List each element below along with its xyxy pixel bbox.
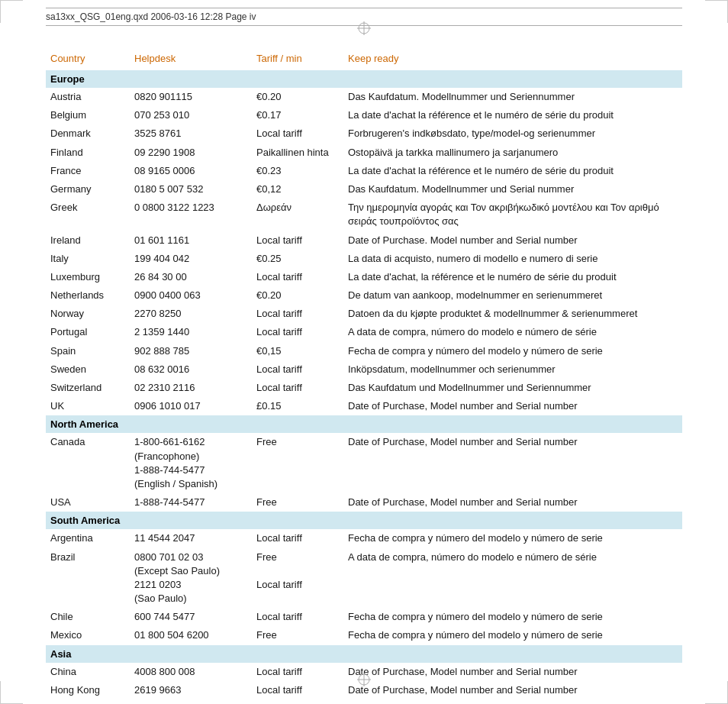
cell-keep: Date of Purchase. Model number and Seria… <box>343 231 682 250</box>
table-row: Portugal2 1359 1440Local tariffA data de… <box>46 323 682 341</box>
cell-country: Netherlands <box>46 286 130 305</box>
cell-keep: Date of Purchase, Model number and Seria… <box>343 681 682 699</box>
cell-country: Luxemburg <box>46 268 130 286</box>
cell-keep: Date of Purchase, Model number and Seria… <box>343 397 682 415</box>
cell-tariff: €0,12 <box>252 180 343 199</box>
cell-helpdesk: 26 84 30 00 <box>130 268 252 286</box>
cell-country: Hong Kong <box>46 681 130 699</box>
cell-country: Austria <box>46 88 130 106</box>
cell-keep: Fecha de compra y número del modelo y nú… <box>343 529 682 547</box>
cell-country: Portugal <box>46 323 130 341</box>
cell-helpdesk: 08 9165 0006 <box>130 162 252 180</box>
cell-keep: Das Kaufdatum und Modellnummer und Serie… <box>343 379 682 397</box>
helpdesk-table: Country Helpdesk Tariff / min Keep ready… <box>46 50 682 704</box>
crosshair-bottom <box>357 673 371 689</box>
table-row: Argentina11 4544 2047Local tariffFecha d… <box>46 529 682 547</box>
cell-helpdesk: 09 2290 1908 <box>130 144 252 162</box>
main-content: Country Helpdesk Tariff / min Keep ready… <box>46 50 682 666</box>
cell-tariff: €0,15 <box>252 342 343 360</box>
table-row: Switzerland02 2310 2116Local tariffDas K… <box>46 379 682 397</box>
cell-country: Canada <box>46 433 130 493</box>
cell-tariff: Δωρεάν <box>252 199 343 231</box>
cell-helpdesk: 0906 1010 017 <box>130 397 252 415</box>
header-tariff: Tariff / min <box>252 50 343 70</box>
cell-tariff: €0.23 <box>252 162 343 180</box>
table-row: Germany0180 5 007 532€0,12Das Kaufdatum.… <box>46 180 682 199</box>
cell-helpdesk: 1-888-744-5477 <box>130 493 252 512</box>
table-row: Ireland01 601 1161Local tariffDate of Pu… <box>46 231 682 250</box>
cell-helpdesk: 600 744 5477 <box>130 608 252 626</box>
cell-helpdesk: 11 4544 2047 <box>130 529 252 547</box>
cell-keep: La date d'achat, la référence et le numé… <box>343 268 682 286</box>
table-row: Belgium070 253 010€0.17La date d'achat l… <box>46 106 682 124</box>
table-row: Norway2270 8250Local tariffDatoen da du … <box>46 305 682 323</box>
cell-tariff: Local tariff <box>252 305 343 323</box>
cell-keep: Ostopäivä ja tarkka mallinumero ja sarja… <box>343 144 682 162</box>
table-row: USA1-888-744-5477FreeDate of Purchase, M… <box>46 493 682 512</box>
table-row: Sweden08 632 0016Local tariffInköpsdatum… <box>46 360 682 379</box>
cell-keep: La date d'achat la référence et le numér… <box>343 162 682 180</box>
table-row: UK0906 1010 017£0.15Date of Purchase, Mo… <box>46 397 682 415</box>
cell-helpdesk: 01 601 1161 <box>130 231 252 250</box>
cell-helpdesk: 070 253 010 <box>130 106 252 124</box>
cell-helpdesk: 0180 5 007 532 <box>130 180 252 199</box>
cell-country: Ireland <box>46 231 130 250</box>
cell-country: France <box>46 162 130 180</box>
cell-country: Mexico <box>46 626 130 644</box>
cell-country: Switzerland <box>46 379 130 397</box>
table-row: Netherlands0900 0400 063€0.20De datum va… <box>46 286 682 305</box>
cell-country: USA <box>46 493 130 512</box>
cell-country: Sweden <box>46 360 130 379</box>
corner-mark-br <box>705 681 728 704</box>
table-row: Korea02 709 1200Local tariffDate of Purc… <box>46 699 682 704</box>
cell-keep: Date of Purchase, Model number and Seria… <box>343 663 682 681</box>
cell-helpdesk: 2 1359 1440 <box>130 323 252 341</box>
cell-helpdesk: 199 404 042 <box>130 250 252 268</box>
cell-keep: Την ημερομηνία αγοράς και Τον ακριβήκωδι… <box>343 199 682 231</box>
cell-tariff: Local tariff <box>252 608 343 626</box>
cell-country: Spain <box>46 342 130 360</box>
table-row: Greek0 0800 3122 1223ΔωρεάνΤην ημερομηνί… <box>46 199 682 231</box>
cell-country: China <box>46 663 130 681</box>
column-header-row: Country Helpdesk Tariff / min Keep ready <box>46 50 682 70</box>
cell-country: Brazil <box>46 548 130 609</box>
cell-helpdesk: 2270 8250 <box>130 305 252 323</box>
cell-keep: Das Kaufdatum. Modellnummer und Seriennu… <box>343 88 682 106</box>
cell-tariff: Local tariff <box>252 323 343 341</box>
cell-helpdesk: 2619 9663 <box>130 681 252 699</box>
table-row: Brazil0800 701 02 03(Except Sao Paulo)21… <box>46 548 682 609</box>
cell-tariff: Local tariff <box>252 681 343 699</box>
cell-country: Korea <box>46 699 130 704</box>
corner-mark-bl <box>0 681 23 704</box>
table-row: Denmark3525 8761Local tariffForbrugeren'… <box>46 124 682 143</box>
cell-tariff: Local tariff <box>252 529 343 547</box>
table-row: Italy199 404 042€0.25La data di acquisto… <box>46 250 682 268</box>
corner-mark-tr <box>705 0 728 23</box>
cell-keep: A data de compra, número do modelo e núm… <box>343 323 682 341</box>
cell-country: Norway <box>46 305 130 323</box>
cell-country: Finland <box>46 144 130 162</box>
cell-tariff: €0.20 <box>252 286 343 305</box>
cell-tariff: Local tariff <box>252 360 343 379</box>
cell-helpdesk: 902 888 785 <box>130 342 252 360</box>
page-filename: sa13xx_QSG_01eng.qxd 2006-03-16 12:28 Pa… <box>46 11 682 22</box>
table-row: Finland09 2290 1908Paikallinen hintaOsto… <box>46 144 682 162</box>
cell-helpdesk: 0820 901115 <box>130 88 252 106</box>
cell-helpdesk: 3525 8761 <box>130 124 252 143</box>
cell-tariff: Free <box>252 433 343 493</box>
cell-tariff: Local tariff <box>252 124 343 143</box>
header-country: Country <box>46 50 130 70</box>
cell-keep: Date of Purchase, Model number and Seria… <box>343 493 682 512</box>
cell-country: Germany <box>46 180 130 199</box>
section-header-europe: Europe <box>46 70 682 88</box>
cell-keep: De datum van aankoop, modelnummer en ser… <box>343 286 682 305</box>
cell-helpdesk: 08 632 0016 <box>130 360 252 379</box>
cell-helpdesk: 02 709 1200 <box>130 699 252 704</box>
cell-keep: Fecha de compra y número del modelo y nú… <box>343 608 682 626</box>
cell-country: Denmark <box>46 124 130 143</box>
cell-helpdesk: 01 800 504 6200 <box>130 626 252 644</box>
cell-keep: Das Kaufdatum. Modellnummer und Serial n… <box>343 180 682 199</box>
cell-tariff: FreeLocal tariff <box>252 548 343 609</box>
cell-tariff: Local tariff <box>252 663 343 681</box>
cell-keep: Forbrugeren's indkøbsdato, type/model-og… <box>343 124 682 143</box>
